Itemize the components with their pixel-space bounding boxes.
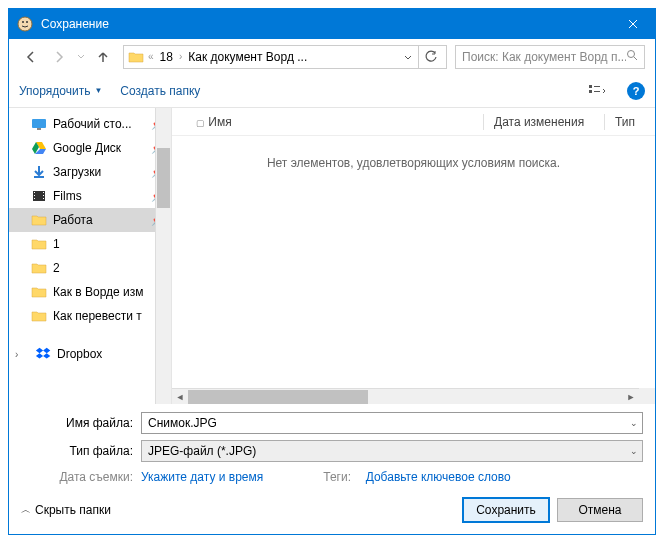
app-icon: [17, 16, 33, 32]
chevron-down-icon: ⌄: [630, 446, 638, 456]
sidebar-scrollbar[interactable]: [155, 108, 171, 404]
save-dialog: Сохранение « 18 › Как документ Ворд ...: [8, 8, 656, 535]
svg-rect-15: [43, 192, 44, 193]
svg-rect-8: [32, 119, 46, 128]
svg-rect-17: [43, 198, 44, 199]
breadcrumb[interactable]: « 18 › Как документ Ворд ...: [123, 45, 447, 69]
filetype-value: JPEG-файл (*.JPG): [148, 444, 256, 458]
sidebar-item-label: Как в Ворде изм: [53, 285, 144, 299]
folder-icon: [128, 49, 144, 65]
svg-point-0: [18, 17, 32, 31]
breadcrumb-seg-1[interactable]: 18: [158, 50, 175, 64]
help-button[interactable]: ?: [627, 82, 645, 100]
sidebar-item-folder-2[interactable]: 2: [9, 256, 171, 280]
sidebar-item-dropbox[interactable]: › Dropbox: [9, 342, 171, 366]
downloads-icon: [31, 164, 47, 180]
svg-rect-7: [594, 91, 600, 92]
filetype-select[interactable]: JPEG-файл (*.JPG) ⌄: [141, 440, 643, 462]
svg-rect-4: [589, 85, 592, 88]
column-date[interactable]: Дата изменения: [484, 115, 604, 129]
up-button[interactable]: [91, 45, 115, 69]
column-headers: ▢ Имя Дата изменения Тип: [172, 108, 655, 136]
svg-rect-14: [34, 198, 35, 199]
view-button[interactable]: [585, 79, 609, 103]
search-box[interactable]: [455, 45, 645, 69]
breadcrumb-dropdown[interactable]: [400, 50, 416, 64]
chevron-right-icon: «: [146, 51, 156, 62]
sidebar: Рабочий сто... 📌 Google Диск 📌 Загрузки …: [9, 108, 172, 404]
sidebar-item-gdrive[interactable]: Google Диск 📌: [9, 136, 171, 160]
tags-link[interactable]: Добавьте ключевое слово: [366, 470, 511, 484]
hide-folders-label: Скрыть папки: [35, 503, 111, 517]
recent-dropdown[interactable]: [75, 45, 87, 69]
back-button[interactable]: [19, 45, 43, 69]
hide-folders-button[interactable]: ︿ Скрыть папки: [21, 503, 111, 517]
close-button[interactable]: [610, 9, 655, 39]
navbar: « 18 › Как документ Ворд ...: [9, 39, 655, 74]
dialog-title: Сохранение: [41, 17, 610, 31]
sidebar-item-downloads[interactable]: Загрузки 📌: [9, 160, 171, 184]
filename-dropdown[interactable]: ⌄: [625, 412, 643, 434]
date-taken-link[interactable]: Укажите дату и время: [141, 470, 263, 484]
content-scrollbar[interactable]: ◄ ►: [172, 388, 639, 404]
sidebar-item-label: 1: [53, 237, 60, 251]
search-icon: [626, 49, 638, 64]
sidebar-item-label: Загрузки: [53, 165, 101, 179]
sidebar-item-label: Как перевести т: [53, 309, 142, 323]
breadcrumb-seg-2[interactable]: Как документ Ворд ...: [186, 50, 309, 64]
sidebar-item-folder-1[interactable]: 1: [9, 232, 171, 256]
svg-rect-16: [43, 195, 44, 196]
sidebar-item-label: 2: [53, 261, 60, 275]
sidebar-item-films[interactable]: Films 📌: [9, 184, 171, 208]
dropbox-icon: [35, 346, 51, 362]
filetype-label: Тип файла:: [21, 444, 141, 458]
filename-label: Имя файла:: [21, 416, 141, 430]
scrollbar-thumb[interactable]: [188, 390, 368, 404]
sidebar-item-desktop[interactable]: Рабочий сто... 📌: [9, 112, 171, 136]
sidebar-item-folder-3[interactable]: Как в Ворде изм: [9, 280, 171, 304]
sidebar-item-work[interactable]: Работа 📌: [9, 208, 171, 232]
column-name[interactable]: ▢ Имя: [184, 115, 483, 129]
new-folder-label: Создать папку: [120, 84, 200, 98]
svg-rect-5: [589, 90, 592, 93]
desktop-icon: [31, 116, 47, 132]
forward-button[interactable]: [47, 45, 71, 69]
svg-rect-13: [34, 195, 35, 196]
folder-icon: [31, 212, 47, 228]
svg-point-3: [628, 51, 635, 58]
body: Рабочий сто... 📌 Google Диск 📌 Загрузки …: [9, 108, 655, 404]
gdrive-icon: [31, 140, 47, 156]
svg-rect-9: [37, 128, 41, 130]
sidebar-item-label: Рабочий сто...: [53, 117, 132, 131]
sidebar-item-label: Films: [53, 189, 82, 203]
sidebar-item-folder-4[interactable]: Как перевести т: [9, 304, 171, 328]
svg-rect-12: [34, 192, 35, 193]
chevron-right-icon[interactable]: ›: [15, 349, 27, 360]
empty-message: Нет элементов, удовлетворяющих условиям …: [172, 136, 655, 170]
search-input[interactable]: [462, 50, 626, 64]
organize-button[interactable]: Упорядочить ▼: [19, 84, 102, 98]
folder-icon: [31, 308, 47, 324]
svg-point-2: [26, 21, 28, 23]
filename-input[interactable]: [141, 412, 625, 434]
cancel-button[interactable]: Отмена: [557, 498, 643, 522]
folder-icon: [31, 260, 47, 276]
save-button[interactable]: Сохранить: [463, 498, 549, 522]
scrollbar-corner: [639, 388, 655, 404]
refresh-button[interactable]: [418, 45, 442, 69]
sidebar-item-label: Google Диск: [53, 141, 121, 155]
column-type[interactable]: Тип: [605, 115, 655, 129]
footer: Имя файла: ⌄ Тип файла: JPEG-файл (*.JPG…: [9, 404, 655, 534]
tags-label: Теги:: [323, 470, 359, 484]
folder-icon: [31, 284, 47, 300]
organize-label: Упорядочить: [19, 84, 90, 98]
file-list: ▢ Имя Дата изменения Тип Нет элементов, …: [172, 108, 655, 404]
titlebar: Сохранение: [9, 9, 655, 39]
new-folder-button[interactable]: Создать папку: [120, 84, 200, 98]
toolbar: Упорядочить ▼ Создать папку ?: [9, 74, 655, 108]
scroll-right-button[interactable]: ►: [623, 389, 639, 405]
folder-icon: [31, 236, 47, 252]
scroll-left-button[interactable]: ◄: [172, 389, 188, 405]
scrollbar-thumb[interactable]: [157, 148, 170, 208]
svg-rect-6: [594, 86, 600, 87]
